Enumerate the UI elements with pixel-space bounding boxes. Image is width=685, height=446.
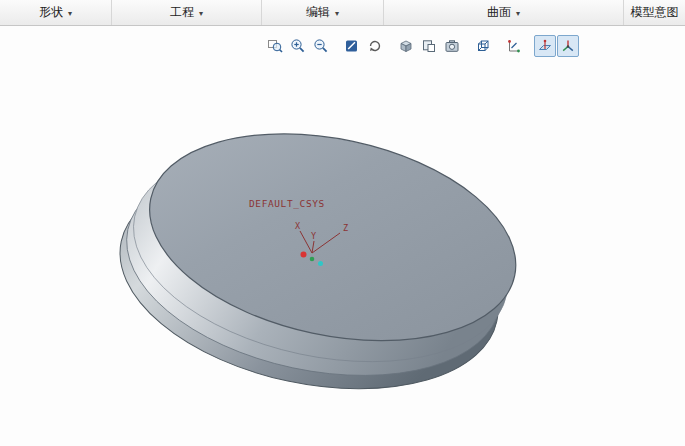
dropdown-arrow-icon: ▾ <box>68 8 72 18</box>
csys-label[interactable]: DEFAULT_CSYS <box>249 198 325 209</box>
origin-dot-green <box>310 257 315 262</box>
display-style-icon <box>398 38 414 54</box>
menu-edit[interactable]: 编辑 ▾ <box>262 0 384 25</box>
section-view-icon <box>421 38 437 54</box>
dropdown-arrow-icon: ▾ <box>516 8 520 18</box>
dropdown-arrow-icon: ▾ <box>335 8 339 18</box>
zoom-region-button[interactable] <box>264 35 286 57</box>
repaint-button[interactable] <box>341 35 363 57</box>
repaint-icon <box>344 38 360 54</box>
display-style-button[interactable] <box>395 35 417 57</box>
axis-y-label: Y <box>311 231 316 241</box>
menu-shape[interactable]: 形状 ▾ <box>0 0 112 25</box>
menu-surface[interactable]: 曲面 ▾ <box>384 0 624 25</box>
annotation-display-icon <box>506 38 522 54</box>
graphics-toolbar <box>264 35 579 57</box>
perspective-icon <box>475 38 491 54</box>
menu-surface-label: 曲面 <box>487 4 511 21</box>
datum-display-icon <box>537 38 553 54</box>
annotation-display-button[interactable] <box>503 35 525 57</box>
section-view-button[interactable] <box>418 35 440 57</box>
menu-edit-label: 编辑 <box>306 4 330 21</box>
axis-x-label: X <box>295 221 301 231</box>
spin-center-tool-button[interactable] <box>364 35 386 57</box>
zoom-out-icon <box>313 38 329 54</box>
spin-center-toggle[interactable] <box>557 35 579 57</box>
perspective-button[interactable] <box>472 35 494 57</box>
menu-engineering[interactable]: 工程 ▾ <box>112 0 262 25</box>
zoom-in-icon <box>290 38 306 54</box>
menu-model-intent-label: 模型意图 <box>631 4 679 21</box>
menu-model-intent[interactable]: 模型意图 <box>624 0 685 25</box>
axis-z-label: Z <box>343 223 348 233</box>
spin-center-tool-icon <box>367 38 383 54</box>
zoom-out-button[interactable] <box>310 35 332 57</box>
menu-engineering-label: 工程 <box>170 4 194 21</box>
dropdown-arrow-icon: ▾ <box>199 8 203 18</box>
zoom-in-button[interactable] <box>287 35 309 57</box>
saved-snapshot-button[interactable] <box>441 35 463 57</box>
menubar: 形状 ▾ 工程 ▾ 编辑 ▾ 曲面 ▾ 模型意图 <box>0 0 685 26</box>
origin-dot-red <box>301 252 307 258</box>
graphics-canvas[interactable]: DEFAULT_CSYS X Z Y <box>0 26 685 446</box>
spin-center-toggle-icon <box>560 38 576 54</box>
menu-shape-label: 形状 <box>39 4 63 21</box>
part-3d-model[interactable] <box>100 99 535 423</box>
saved-snapshot-icon <box>444 38 460 54</box>
datum-display-toggle[interactable] <box>534 35 556 57</box>
model-viewport[interactable]: DEFAULT_CSYS X Z Y <box>0 26 685 446</box>
zoom-region-icon <box>267 38 283 54</box>
origin-dot-cyan <box>318 261 323 266</box>
